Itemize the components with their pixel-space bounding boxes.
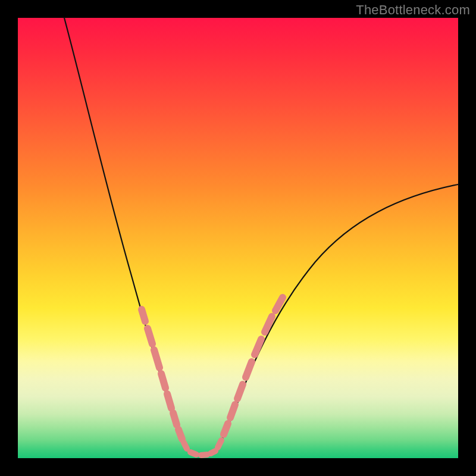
left-curve-highlight [142, 309, 187, 449]
right-curve [214, 184, 458, 453]
chart-frame: TheBottleneck.com [0, 0, 476, 476]
bottom-arc-highlight [190, 451, 215, 455]
curve-layer [18, 18, 458, 458]
watermark-text: TheBottleneck.com [356, 2, 470, 18]
plot-area [18, 18, 458, 458]
right-curve-highlight [218, 298, 283, 447]
left-curve [64, 18, 189, 452]
